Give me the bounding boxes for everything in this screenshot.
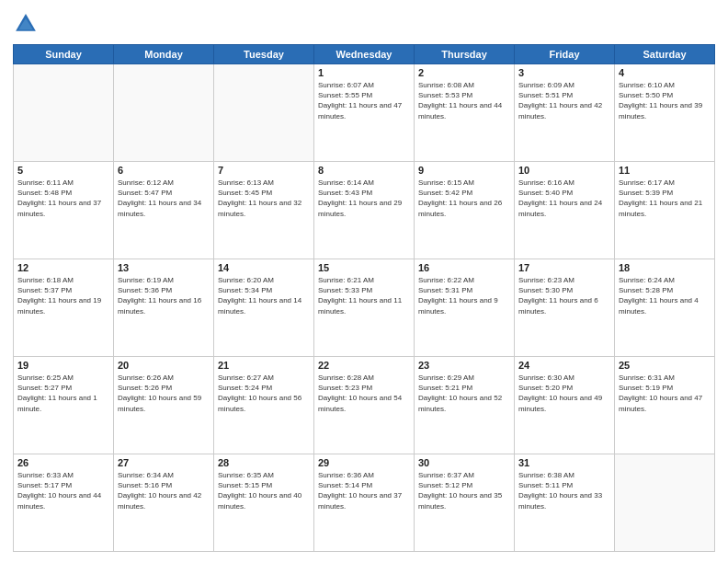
calendar-day-12: 12Sunrise: 6:18 AM Sunset: 5:37 PM Dayli… xyxy=(14,259,114,357)
weekday-header-thursday: Thursday xyxy=(415,45,515,64)
calendar-day-empty xyxy=(615,454,715,552)
day-number: 10 xyxy=(518,165,610,176)
calendar-day-27: 27Sunrise: 6:34 AM Sunset: 5:16 PM Dayli… xyxy=(114,454,214,552)
calendar-day-empty xyxy=(14,64,114,162)
calendar-day-2: 2Sunrise: 6:08 AM Sunset: 5:53 PM Daylig… xyxy=(415,64,515,162)
day-number: 22 xyxy=(318,360,410,371)
weekday-header-saturday: Saturday xyxy=(615,45,715,64)
day-info: Sunrise: 6:19 AM Sunset: 5:36 PM Dayligh… xyxy=(118,275,210,316)
day-info: Sunrise: 6:09 AM Sunset: 5:51 PM Dayligh… xyxy=(518,80,610,121)
calendar-table: SundayMondayTuesdayWednesdayThursdayFrid… xyxy=(13,44,715,552)
calendar-day-10: 10Sunrise: 6:16 AM Sunset: 5:40 PM Dayli… xyxy=(515,162,615,259)
day-number: 19 xyxy=(17,360,109,371)
day-number: 17 xyxy=(518,262,610,273)
calendar-day-3: 3Sunrise: 6:09 AM Sunset: 5:51 PM Daylig… xyxy=(515,64,615,162)
day-info: Sunrise: 6:28 AM Sunset: 5:23 PM Dayligh… xyxy=(318,373,410,414)
calendar-day-22: 22Sunrise: 6:28 AM Sunset: 5:23 PM Dayli… xyxy=(314,357,415,454)
day-info: Sunrise: 6:08 AM Sunset: 5:53 PM Dayligh… xyxy=(418,80,510,121)
calendar-week-4: 19Sunrise: 6:25 AM Sunset: 5:27 PM Dayli… xyxy=(14,357,715,454)
calendar-header: SundayMondayTuesdayWednesdayThursdayFrid… xyxy=(14,45,715,64)
day-number: 27 xyxy=(118,457,210,468)
calendar-day-14: 14Sunrise: 6:20 AM Sunset: 5:34 PM Dayli… xyxy=(214,259,314,357)
day-number: 24 xyxy=(518,360,610,371)
day-number: 29 xyxy=(318,457,410,468)
calendar-day-5: 5Sunrise: 6:11 AM Sunset: 5:48 PM Daylig… xyxy=(14,162,114,259)
calendar-week-2: 5Sunrise: 6:11 AM Sunset: 5:48 PM Daylig… xyxy=(14,162,715,259)
day-info: Sunrise: 6:16 AM Sunset: 5:40 PM Dayligh… xyxy=(518,178,610,219)
day-number: 18 xyxy=(619,262,711,273)
calendar-day-6: 6Sunrise: 6:12 AM Sunset: 5:47 PM Daylig… xyxy=(114,162,214,259)
day-number: 15 xyxy=(318,262,410,273)
day-info: Sunrise: 6:36 AM Sunset: 5:14 PM Dayligh… xyxy=(318,470,410,511)
calendar-day-7: 7Sunrise: 6:13 AM Sunset: 5:45 PM Daylig… xyxy=(214,162,314,259)
weekday-header-monday: Monday xyxy=(114,45,214,64)
day-number: 6 xyxy=(118,165,210,176)
calendar-day-21: 21Sunrise: 6:27 AM Sunset: 5:24 PM Dayli… xyxy=(214,357,314,454)
weekday-header-tuesday: Tuesday xyxy=(214,45,314,64)
day-info: Sunrise: 6:21 AM Sunset: 5:33 PM Dayligh… xyxy=(318,275,410,316)
day-info: Sunrise: 6:17 AM Sunset: 5:39 PM Dayligh… xyxy=(619,178,711,219)
day-info: Sunrise: 6:07 AM Sunset: 5:55 PM Dayligh… xyxy=(318,80,410,121)
day-info: Sunrise: 6:12 AM Sunset: 5:47 PM Dayligh… xyxy=(118,178,210,219)
day-info: Sunrise: 6:26 AM Sunset: 5:26 PM Dayligh… xyxy=(118,373,210,414)
day-info: Sunrise: 6:18 AM Sunset: 5:37 PM Dayligh… xyxy=(17,275,109,316)
day-info: Sunrise: 6:23 AM Sunset: 5:30 PM Dayligh… xyxy=(518,275,610,316)
calendar-day-8: 8Sunrise: 6:14 AM Sunset: 5:43 PM Daylig… xyxy=(314,162,415,259)
calendar-week-3: 12Sunrise: 6:18 AM Sunset: 5:37 PM Dayli… xyxy=(14,259,715,357)
day-number: 7 xyxy=(218,165,310,176)
day-number: 16 xyxy=(418,262,510,273)
day-info: Sunrise: 6:38 AM Sunset: 5:11 PM Dayligh… xyxy=(518,470,610,511)
calendar-body: 1Sunrise: 6:07 AM Sunset: 5:55 PM Daylig… xyxy=(14,64,715,552)
day-number: 14 xyxy=(218,262,310,273)
day-number: 9 xyxy=(418,165,510,176)
day-number: 25 xyxy=(619,360,711,371)
calendar-day-4: 4Sunrise: 6:10 AM Sunset: 5:50 PM Daylig… xyxy=(615,64,715,162)
header xyxy=(13,11,715,37)
day-number: 4 xyxy=(619,67,711,78)
logo xyxy=(13,11,42,37)
day-info: Sunrise: 6:11 AM Sunset: 5:48 PM Dayligh… xyxy=(17,178,109,219)
calendar-day-20: 20Sunrise: 6:26 AM Sunset: 5:26 PM Dayli… xyxy=(114,357,214,454)
day-info: Sunrise: 6:20 AM Sunset: 5:34 PM Dayligh… xyxy=(218,275,310,316)
day-info: Sunrise: 6:33 AM Sunset: 5:17 PM Dayligh… xyxy=(17,470,109,511)
calendar-day-11: 11Sunrise: 6:17 AM Sunset: 5:39 PM Dayli… xyxy=(615,162,715,259)
calendar-day-29: 29Sunrise: 6:36 AM Sunset: 5:14 PM Dayli… xyxy=(314,454,415,552)
weekday-header-sunday: Sunday xyxy=(14,45,114,64)
calendar-day-18: 18Sunrise: 6:24 AM Sunset: 5:28 PM Dayli… xyxy=(615,259,715,357)
calendar-day-31: 31Sunrise: 6:38 AM Sunset: 5:11 PM Dayli… xyxy=(515,454,615,552)
calendar-day-17: 17Sunrise: 6:23 AM Sunset: 5:30 PM Dayli… xyxy=(515,259,615,357)
day-info: Sunrise: 6:22 AM Sunset: 5:31 PM Dayligh… xyxy=(418,275,510,316)
calendar-day-13: 13Sunrise: 6:19 AM Sunset: 5:36 PM Dayli… xyxy=(114,259,214,357)
calendar-day-1: 1Sunrise: 6:07 AM Sunset: 5:55 PM Daylig… xyxy=(314,64,415,162)
day-info: Sunrise: 6:35 AM Sunset: 5:15 PM Dayligh… xyxy=(218,470,310,511)
day-number: 2 xyxy=(418,67,510,78)
calendar-day-empty xyxy=(114,64,214,162)
calendar-week-5: 26Sunrise: 6:33 AM Sunset: 5:17 PM Dayli… xyxy=(14,454,715,552)
day-number: 3 xyxy=(518,67,610,78)
calendar-week-1: 1Sunrise: 6:07 AM Sunset: 5:55 PM Daylig… xyxy=(14,64,715,162)
day-info: Sunrise: 6:37 AM Sunset: 5:12 PM Dayligh… xyxy=(418,470,510,511)
page: SundayMondayTuesdayWednesdayThursdayFrid… xyxy=(0,0,728,563)
day-number: 8 xyxy=(318,165,410,176)
day-number: 23 xyxy=(418,360,510,371)
calendar-day-25: 25Sunrise: 6:31 AM Sunset: 5:19 PM Dayli… xyxy=(615,357,715,454)
day-info: Sunrise: 6:13 AM Sunset: 5:45 PM Dayligh… xyxy=(218,178,310,219)
day-info: Sunrise: 6:27 AM Sunset: 5:24 PM Dayligh… xyxy=(218,373,310,414)
day-info: Sunrise: 6:31 AM Sunset: 5:19 PM Dayligh… xyxy=(619,373,711,414)
calendar-day-30: 30Sunrise: 6:37 AM Sunset: 5:12 PM Dayli… xyxy=(415,454,515,552)
calendar-day-26: 26Sunrise: 6:33 AM Sunset: 5:17 PM Dayli… xyxy=(14,454,114,552)
calendar-day-empty xyxy=(214,64,314,162)
day-number: 21 xyxy=(218,360,310,371)
calendar-day-23: 23Sunrise: 6:29 AM Sunset: 5:21 PM Dayli… xyxy=(415,357,515,454)
day-number: 5 xyxy=(17,165,109,176)
day-info: Sunrise: 6:30 AM Sunset: 5:20 PM Dayligh… xyxy=(518,373,610,414)
day-number: 20 xyxy=(118,360,210,371)
day-info: Sunrise: 6:34 AM Sunset: 5:16 PM Dayligh… xyxy=(118,470,210,511)
calendar-day-9: 9Sunrise: 6:15 AM Sunset: 5:42 PM Daylig… xyxy=(415,162,515,259)
calendar-day-15: 15Sunrise: 6:21 AM Sunset: 5:33 PM Dayli… xyxy=(314,259,415,357)
day-number: 26 xyxy=(17,457,109,468)
logo-icon xyxy=(13,11,39,37)
day-number: 13 xyxy=(118,262,210,273)
day-info: Sunrise: 6:15 AM Sunset: 5:42 PM Dayligh… xyxy=(418,178,510,219)
day-info: Sunrise: 6:10 AM Sunset: 5:50 PM Dayligh… xyxy=(619,80,711,121)
